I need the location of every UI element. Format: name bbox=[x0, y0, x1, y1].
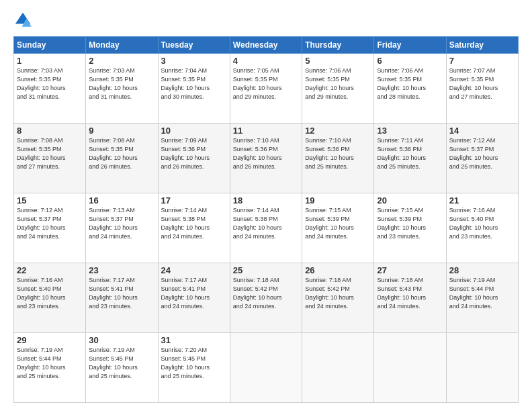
calendar-week-4: 22Sunrise: 7:16 AM Sunset: 5:40 PM Dayli… bbox=[14, 263, 519, 333]
day-number: 9 bbox=[89, 126, 154, 136]
calendar-week-1: 1Sunrise: 7:03 AM Sunset: 5:35 PM Daylig… bbox=[14, 54, 519, 124]
calendar-cell: 21Sunrise: 7:16 AM Sunset: 5:40 PM Dayli… bbox=[446, 193, 518, 263]
day-info: Sunrise: 7:15 AM Sunset: 5:39 PM Dayligh… bbox=[377, 206, 443, 241]
calendar-cell: 22Sunrise: 7:16 AM Sunset: 5:40 PM Dayli… bbox=[14, 263, 86, 333]
weekday-header-sunday: Sunday bbox=[14, 37, 86, 54]
calendar-cell: 28Sunrise: 7:19 AM Sunset: 5:44 PM Dayli… bbox=[446, 263, 518, 333]
day-info: Sunrise: 7:20 AM Sunset: 5:45 PM Dayligh… bbox=[161, 346, 227, 381]
day-number: 4 bbox=[233, 56, 299, 66]
day-info: Sunrise: 7:18 AM Sunset: 5:42 PM Dayligh… bbox=[305, 276, 371, 311]
day-number: 16 bbox=[89, 195, 154, 205]
calendar-cell: 24Sunrise: 7:17 AM Sunset: 5:41 PM Dayli… bbox=[158, 263, 230, 333]
calendar-cell: 12Sunrise: 7:10 AM Sunset: 5:36 PM Dayli… bbox=[302, 124, 374, 193]
day-info: Sunrise: 7:06 AM Sunset: 5:35 PM Dayligh… bbox=[305, 66, 371, 101]
day-number: 24 bbox=[161, 265, 227, 275]
day-info: Sunrise: 7:13 AM Sunset: 5:37 PM Dayligh… bbox=[89, 206, 154, 241]
day-number: 19 bbox=[305, 195, 371, 205]
day-info: Sunrise: 7:18 AM Sunset: 5:42 PM Dayligh… bbox=[233, 276, 299, 311]
calendar-header: SundayMondayTuesdayWednesdayThursdayFrid… bbox=[14, 37, 519, 54]
calendar-cell: 18Sunrise: 7:14 AM Sunset: 5:38 PM Dayli… bbox=[230, 193, 302, 263]
calendar-cell: 30Sunrise: 7:19 AM Sunset: 5:45 PM Dayli… bbox=[86, 333, 158, 403]
weekday-header-wednesday: Wednesday bbox=[230, 37, 302, 54]
day-number: 22 bbox=[17, 265, 83, 275]
day-info: Sunrise: 7:08 AM Sunset: 5:35 PM Dayligh… bbox=[89, 136, 154, 171]
weekday-header-thursday: Thursday bbox=[302, 37, 374, 54]
calendar-cell bbox=[374, 333, 446, 403]
day-info: Sunrise: 7:14 AM Sunset: 5:38 PM Dayligh… bbox=[161, 206, 227, 241]
day-info: Sunrise: 7:19 AM Sunset: 5:45 PM Dayligh… bbox=[89, 346, 154, 381]
day-info: Sunrise: 7:03 AM Sunset: 5:35 PM Dayligh… bbox=[17, 66, 83, 101]
day-number: 1 bbox=[17, 56, 83, 66]
calendar-cell: 8Sunrise: 7:08 AM Sunset: 5:35 PM Daylig… bbox=[14, 124, 86, 193]
day-info: Sunrise: 7:17 AM Sunset: 5:41 PM Dayligh… bbox=[89, 276, 154, 311]
calendar-cell: 11Sunrise: 7:10 AM Sunset: 5:36 PM Dayli… bbox=[230, 124, 302, 193]
calendar-cell: 29Sunrise: 7:19 AM Sunset: 5:44 PM Dayli… bbox=[14, 333, 86, 403]
day-number: 27 bbox=[377, 265, 443, 275]
day-info: Sunrise: 7:10 AM Sunset: 5:36 PM Dayligh… bbox=[233, 136, 299, 171]
calendar-cell: 13Sunrise: 7:11 AM Sunset: 5:36 PM Dayli… bbox=[374, 124, 446, 193]
day-number: 31 bbox=[161, 335, 227, 345]
calendar-cell: 9Sunrise: 7:08 AM Sunset: 5:35 PM Daylig… bbox=[86, 124, 158, 193]
logo bbox=[13, 11, 35, 30]
day-info: Sunrise: 7:03 AM Sunset: 5:35 PM Dayligh… bbox=[89, 66, 154, 101]
day-number: 29 bbox=[17, 335, 83, 345]
calendar-cell: 17Sunrise: 7:14 AM Sunset: 5:38 PM Dayli… bbox=[158, 193, 230, 263]
day-number: 10 bbox=[161, 126, 227, 136]
calendar-cell: 3Sunrise: 7:04 AM Sunset: 5:35 PM Daylig… bbox=[158, 54, 230, 124]
day-number: 18 bbox=[233, 195, 299, 205]
day-number: 25 bbox=[233, 265, 299, 275]
calendar-week-2: 8Sunrise: 7:08 AM Sunset: 5:35 PM Daylig… bbox=[14, 124, 519, 193]
header-row: SundayMondayTuesdayWednesdayThursdayFrid… bbox=[14, 37, 519, 54]
calendar-cell: 4Sunrise: 7:05 AM Sunset: 5:35 PM Daylig… bbox=[230, 54, 302, 124]
day-number: 6 bbox=[377, 56, 443, 66]
day-number: 5 bbox=[305, 56, 371, 66]
calendar-cell: 26Sunrise: 7:18 AM Sunset: 5:42 PM Dayli… bbox=[302, 263, 374, 333]
weekday-header-saturday: Saturday bbox=[446, 37, 518, 54]
day-number: 23 bbox=[89, 265, 154, 275]
day-info: Sunrise: 7:17 AM Sunset: 5:41 PM Dayligh… bbox=[161, 276, 227, 311]
day-number: 17 bbox=[161, 195, 227, 205]
logo-icon bbox=[13, 11, 32, 30]
day-info: Sunrise: 7:06 AM Sunset: 5:35 PM Dayligh… bbox=[377, 66, 443, 101]
header bbox=[13, 11, 519, 30]
calendar-cell: 25Sunrise: 7:18 AM Sunset: 5:42 PM Dayli… bbox=[230, 263, 302, 333]
calendar-cell: 14Sunrise: 7:12 AM Sunset: 5:37 PM Dayli… bbox=[446, 124, 518, 193]
day-info: Sunrise: 7:10 AM Sunset: 5:36 PM Dayligh… bbox=[305, 136, 371, 171]
day-number: 13 bbox=[377, 126, 443, 136]
calendar-week-5: 29Sunrise: 7:19 AM Sunset: 5:44 PM Dayli… bbox=[14, 333, 519, 403]
day-info: Sunrise: 7:18 AM Sunset: 5:43 PM Dayligh… bbox=[377, 276, 443, 311]
day-number: 2 bbox=[89, 56, 154, 66]
day-number: 15 bbox=[17, 195, 83, 205]
calendar-cell: 7Sunrise: 7:07 AM Sunset: 5:35 PM Daylig… bbox=[446, 54, 518, 124]
day-info: Sunrise: 7:12 AM Sunset: 5:37 PM Dayligh… bbox=[17, 206, 83, 241]
calendar-cell: 5Sunrise: 7:06 AM Sunset: 5:35 PM Daylig… bbox=[302, 54, 374, 124]
day-number: 8 bbox=[17, 126, 83, 136]
calendar-cell: 6Sunrise: 7:06 AM Sunset: 5:35 PM Daylig… bbox=[374, 54, 446, 124]
calendar-cell bbox=[230, 333, 302, 403]
day-info: Sunrise: 7:04 AM Sunset: 5:35 PM Dayligh… bbox=[161, 66, 227, 101]
calendar-cell: 16Sunrise: 7:13 AM Sunset: 5:37 PM Dayli… bbox=[86, 193, 158, 263]
day-info: Sunrise: 7:14 AM Sunset: 5:38 PM Dayligh… bbox=[233, 206, 299, 241]
day-info: Sunrise: 7:05 AM Sunset: 5:35 PM Dayligh… bbox=[233, 66, 299, 101]
calendar-cell: 2Sunrise: 7:03 AM Sunset: 5:35 PM Daylig… bbox=[86, 54, 158, 124]
calendar-cell bbox=[446, 333, 518, 403]
calendar-cell: 20Sunrise: 7:15 AM Sunset: 5:39 PM Dayli… bbox=[374, 193, 446, 263]
calendar-cell: 1Sunrise: 7:03 AM Sunset: 5:35 PM Daylig… bbox=[14, 54, 86, 124]
day-info: Sunrise: 7:08 AM Sunset: 5:35 PM Dayligh… bbox=[17, 136, 83, 171]
weekday-header-monday: Monday bbox=[86, 37, 158, 54]
calendar-cell: 10Sunrise: 7:09 AM Sunset: 5:36 PM Dayli… bbox=[158, 124, 230, 193]
day-number: 21 bbox=[449, 195, 515, 205]
day-info: Sunrise: 7:07 AM Sunset: 5:35 PM Dayligh… bbox=[449, 66, 515, 101]
day-info: Sunrise: 7:12 AM Sunset: 5:37 PM Dayligh… bbox=[449, 136, 515, 171]
weekday-header-friday: Friday bbox=[374, 37, 446, 54]
day-info: Sunrise: 7:19 AM Sunset: 5:44 PM Dayligh… bbox=[17, 346, 83, 381]
day-number: 20 bbox=[377, 195, 443, 205]
calendar-table: SundayMondayTuesdayWednesdayThursdayFrid… bbox=[13, 36, 519, 403]
day-number: 26 bbox=[305, 265, 371, 275]
day-info: Sunrise: 7:16 AM Sunset: 5:40 PM Dayligh… bbox=[17, 276, 83, 311]
day-info: Sunrise: 7:15 AM Sunset: 5:39 PM Dayligh… bbox=[305, 206, 371, 241]
page: SundayMondayTuesdayWednesdayThursdayFrid… bbox=[0, 0, 532, 411]
calendar-week-3: 15Sunrise: 7:12 AM Sunset: 5:37 PM Dayli… bbox=[14, 193, 519, 263]
calendar-cell: 23Sunrise: 7:17 AM Sunset: 5:41 PM Dayli… bbox=[86, 263, 158, 333]
calendar-cell: 27Sunrise: 7:18 AM Sunset: 5:43 PM Dayli… bbox=[374, 263, 446, 333]
